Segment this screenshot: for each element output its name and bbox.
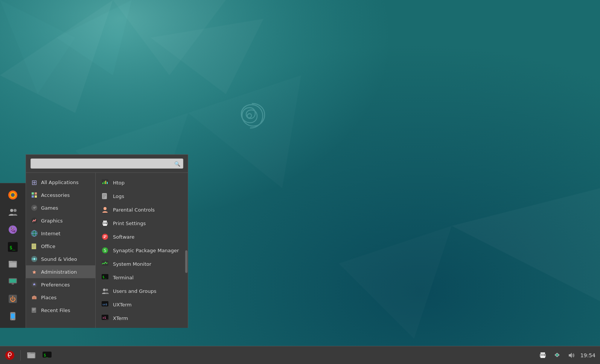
app-xterm-label: XTerm [113, 315, 128, 321]
svg-text:S: S [104, 248, 107, 253]
categories-column: ⊞ All Applications Accessories Games [26, 173, 96, 328]
app-xterm[interactable]: x$_ XTerm [96, 311, 185, 325]
app-print[interactable]: Print Settings [96, 216, 185, 230]
svg-rect-71 [104, 237, 105, 238]
taskbar: $_ 19:54 [0, 346, 600, 364]
svg-point-64 [104, 207, 107, 210]
svg-rect-63 [103, 198, 104, 198]
svg-point-83 [5, 351, 14, 360]
htop-icon [101, 178, 109, 187]
category-places[interactable]: Places [26, 291, 95, 304]
uxterm-icon: ux$ [101, 300, 109, 309]
all-apps-icon: ⊞ [30, 178, 38, 186]
app-parental[interactable]: Parental Controls [96, 203, 185, 216]
category-accessories[interactable]: Accessories [26, 189, 95, 201]
sysmon-icon [101, 260, 109, 268]
sidebar-icon-files[interactable] [5, 256, 21, 272]
xterm-icon: x$_ [101, 314, 109, 322]
svg-marker-94 [569, 353, 572, 358]
sidebar-icon-phone[interactable] [5, 308, 21, 324]
sidebar-icon-display[interactable] [5, 274, 21, 289]
taskbar-menu-button[interactable] [3, 349, 17, 362]
svg-rect-30 [32, 192, 34, 195]
category-sound[interactable]: Sound & Video [26, 253, 95, 265]
app-sysmon-label: System Monitor [113, 261, 151, 267]
svg-rect-59 [102, 193, 107, 199]
svg-rect-23 [9, 279, 16, 283]
svg-text:⏻: ⏻ [10, 295, 16, 303]
preferences-icon [30, 281, 38, 288]
app-htop-label: Htop [113, 180, 125, 186]
svg-text:$_: $_ [102, 275, 107, 279]
taskbar-separator-1 [20, 350, 21, 361]
svg-text:🍇: 🍇 [10, 227, 17, 233]
category-graphics[interactable]: Graphics [26, 214, 95, 227]
svg-rect-52 [32, 309, 35, 309]
taskbar-right: 19:54 [533, 350, 600, 361]
taskbar-terminal[interactable]: $_ [40, 349, 54, 362]
scrollbar-track[interactable] [185, 173, 188, 328]
office-icon [30, 242, 38, 250]
games-icon [30, 204, 38, 212]
taskbar-left: $_ [0, 349, 57, 362]
app-terminal-label: Terminal [113, 275, 134, 280]
category-office[interactable]: Office [26, 240, 95, 253]
svg-rect-33 [35, 195, 37, 198]
app-users[interactable]: Users and Groups [96, 284, 185, 298]
taskbar-volume-icon[interactable] [566, 350, 577, 361]
app-uxterm[interactable]: ux$ UXTerm [96, 298, 185, 311]
category-recent[interactable]: Recent Files [26, 304, 95, 317]
search-wrapper: 🔍 [30, 158, 183, 169]
search-icon: 🔍 [174, 161, 180, 166]
category-internet[interactable]: Internet [26, 227, 95, 240]
category-sound-label: Sound & Video [41, 256, 77, 262]
search-input[interactable] [30, 158, 183, 169]
apps-column: Htop Logs Parental Controls [96, 173, 185, 328]
category-preferences[interactable]: Preferences [26, 278, 95, 291]
svg-rect-66 [103, 224, 107, 226]
accessories-icon [30, 191, 38, 199]
svg-rect-86 [27, 352, 30, 354]
app-terminal[interactable]: $_ Terminal [96, 271, 185, 284]
sidebar-icon-exit[interactable]: ⏻ [5, 291, 21, 307]
svg-text:$_: $_ [44, 353, 49, 358]
taskbar-filemanager[interactable] [24, 349, 38, 362]
app-software[interactable]: Software [96, 230, 185, 244]
logs-icon [101, 192, 109, 200]
category-recent-label: Recent Files [41, 308, 70, 313]
app-sysmon[interactable]: System Monitor [96, 257, 185, 271]
app-parental-label: Parental Controls [113, 207, 155, 213]
debian-swirl [233, 98, 271, 136]
app-synaptic-label: Synaptic Package Manager [113, 248, 179, 253]
svg-rect-61 [103, 195, 106, 196]
app-logs[interactable]: Logs [96, 189, 185, 203]
svg-rect-32 [32, 195, 34, 198]
sidebar-icon-firefox[interactable] [5, 187, 21, 203]
category-administration[interactable]: Administration [26, 265, 95, 278]
app-htop[interactable]: Htop [96, 176, 185, 189]
svg-rect-21 [9, 261, 12, 263]
category-all[interactable]: ⊞ All Applications [26, 176, 95, 189]
sidebar-icon-grape[interactable]: 🍇 [5, 222, 21, 238]
app-synaptic[interactable]: S Synaptic Package Manager [96, 244, 185, 257]
app-uxterm-label: UXTerm [113, 302, 132, 308]
administration-icon [30, 268, 38, 276]
svg-point-13 [10, 209, 13, 212]
category-games[interactable]: Games [26, 201, 95, 214]
taskbar-network-icon[interactable] [552, 350, 562, 361]
users-icon [101, 287, 109, 295]
category-accessories-label: Accessories [41, 192, 70, 198]
taskbar-print-icon[interactable] [538, 350, 548, 361]
graphics-icon [30, 217, 38, 224]
category-administration-label: Administration [41, 269, 77, 275]
sidebar-icon-people[interactable] [5, 204, 21, 220]
category-places-label: Places [41, 295, 56, 300]
recent-icon [30, 306, 38, 314]
scrollbar-thumb[interactable] [185, 250, 187, 273]
svg-rect-55 [102, 183, 103, 184]
sidebar-icon-terminal[interactable]: $_ [5, 239, 21, 255]
svg-point-14 [14, 209, 17, 212]
svg-rect-57 [105, 181, 106, 184]
svg-point-78 [106, 289, 108, 291]
svg-rect-20 [9, 262, 16, 267]
